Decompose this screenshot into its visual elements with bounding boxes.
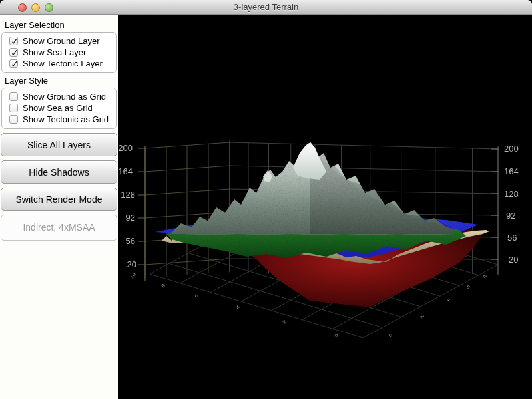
floor-tick-label: 8 [160,283,166,289]
checkbox-label: Show Tectonic Layer [23,59,103,68]
axis-tick-label: 20 [127,259,136,269]
checkbox-label: Show Sea as Grid [23,103,93,113]
titlebar[interactable]: 3-layered Terrain [0,0,532,15]
layer-selection-group: ✓ Show Ground Layer ✓ Show Sea Layer ✓ S… [1,32,117,73]
app-window: 3-layered Terrain Layer Selection ✓ Show… [0,0,532,399]
checkbox-box[interactable]: ✓ [9,37,18,45]
floor-tick-label: 6 [194,293,200,299]
slice-all-layers-button[interactable]: Slice All Layers [1,133,117,156]
floor-tick-label: 2 [419,313,425,319]
axis-tick-label: 128 [121,190,135,200]
checkbox-label: Show Ground as Grid [23,92,106,102]
checkbox-label: Show Sea Layer [23,47,86,57]
checkbox-show-sea-layer[interactable]: ✓ Show Sea Layer [3,47,115,58]
axis-tick-label: 92 [126,213,135,223]
axis-tick-label: 56 [507,233,517,243]
checkbox-show-sea-as-grid[interactable]: Show Sea as Grid [3,102,115,114]
floor-tick-label: 10 [129,272,137,280]
floor-tick-label: 2 [282,319,288,325]
axis-tick-label: 128 [504,189,519,199]
layer-selection-heading: Layer Selection [5,20,118,30]
terrain-3d-viewport[interactable]: 200 164 128 92 56 20 200 164 128 92 56 2… [118,15,532,399]
control-sidebar: Layer Selection ✓ Show Ground Layer ✓ Sh… [0,15,118,399]
axis-tick-label: 92 [506,211,515,221]
axis-tick-label: 200 [118,143,133,153]
checkbox-show-tectonic-layer[interactable]: ✓ Show Tectonic Layer [3,58,115,69]
checkbox-box[interactable]: ✓ [9,59,18,68]
terrain-3d-scene[interactable]: 200 164 128 92 56 20 200 164 128 92 56 2… [118,15,532,399]
checkbox-show-ground-layer[interactable]: ✓ Show Ground Layer [3,35,115,47]
checkbox-label: Show Tectonic as Grid [23,114,109,124]
axis-tick-label: 164 [118,166,133,176]
checkbox-box[interactable] [9,115,18,124]
axis-tick-label: 164 [504,166,519,176]
floor-tick-label: 0 [334,332,340,338]
elevation-axis-left: 200 164 128 92 56 20 [118,143,136,269]
layer-style-group: Show Ground as Grid Show Sea as Grid Sho… [1,88,117,129]
checkbox-box[interactable] [9,104,18,112]
floor-tick-label: 6 [465,284,471,290]
floor-tick-label: 8 [482,273,488,279]
axis-tick-label: 20 [509,255,518,265]
axis-tick-label: 56 [126,236,135,246]
hide-shadows-button[interactable]: Hide Shadows [1,160,117,184]
render-mode-status: Indirect, 4xMSAA [1,215,117,241]
floor-tick-label: 0 [388,332,394,338]
axis-tick-label: 200 [504,144,519,154]
checkbox-box[interactable] [9,92,18,101]
checkbox-show-ground-as-grid[interactable]: Show Ground as Grid [3,91,115,102]
floor-tick-label: 4 [235,304,241,310]
window-title: 3-layered Terrain [0,0,532,15]
checkbox-label: Show Ground Layer [23,36,100,46]
layer-style-heading: Layer Style [5,76,118,86]
elevation-axis-right: 200 164 128 92 56 20 [504,144,519,265]
checkbox-show-tectonic-as-grid[interactable]: Show Tectonic as Grid [3,114,115,125]
floor-tick-label: 4 [445,297,451,303]
checkbox-box[interactable]: ✓ [9,48,18,57]
mountain [172,142,454,235]
switch-render-mode-button[interactable]: Switch Render Mode [1,188,117,211]
